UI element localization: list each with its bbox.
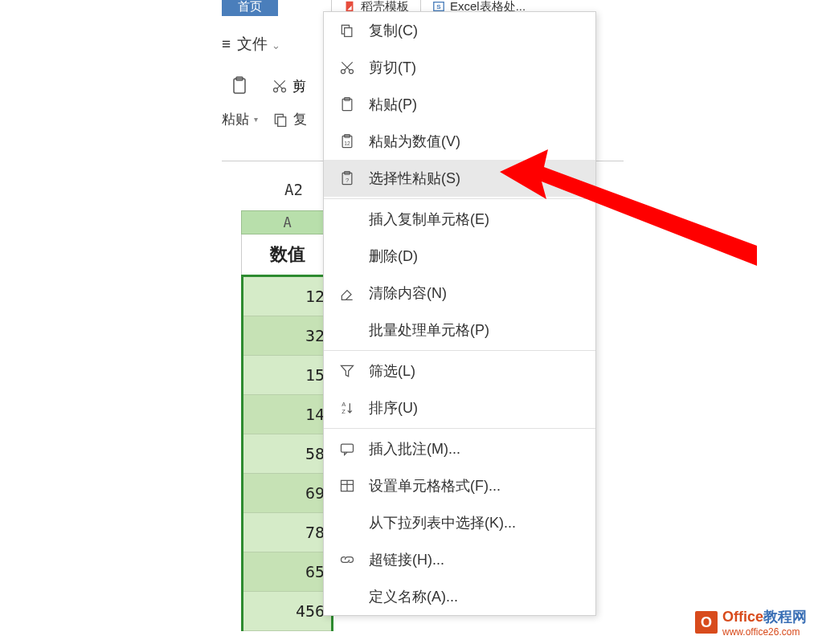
context-menu: 复制(C) 剪切(T) 粘贴(P) 12 粘贴为数值(V) ? 选择性粘贴(S)… <box>323 11 596 616</box>
menu-define-name-label: 定义名称(A)... <box>369 587 458 606</box>
menu-delete[interactable]: 删除(D) <box>324 238 595 275</box>
menu-separator <box>324 198 595 199</box>
paste-special-icon: ? <box>338 169 356 187</box>
copy-label: 复 <box>293 110 307 128</box>
copy-icon <box>338 22 356 39</box>
data-cell[interactable]: 78 <box>243 513 331 552</box>
menu-separator <box>324 428 595 429</box>
svg-text:?: ? <box>346 177 349 184</box>
data-cell[interactable]: 58 <box>243 434 331 474</box>
svg-text:S: S <box>436 3 441 10</box>
menu-insert-comment-label: 插入批注(M)... <box>369 439 460 459</box>
paste-icon <box>338 96 356 113</box>
svg-text:Z: Z <box>342 408 346 415</box>
watermark-title: Office教程网 <box>722 607 807 626</box>
menu-paste-value-label: 粘贴为数值(V) <box>369 132 460 151</box>
chevron-down-icon: ⌄ <box>272 39 280 51</box>
svg-text:12: 12 <box>344 141 350 146</box>
paste-value-icon: 12 <box>338 132 356 150</box>
menu-paste-value[interactable]: 12 粘贴为数值(V) <box>324 123 595 160</box>
svg-rect-23 <box>342 444 354 452</box>
data-cell[interactable]: 15 <box>243 356 331 395</box>
data-cell[interactable]: 65 <box>243 552 331 592</box>
menu-batch-cells[interactable]: 批量处理单元格(P) <box>324 312 595 348</box>
cut-button-partial[interactable]: 剪 <box>272 76 306 96</box>
menu-clear[interactable]: 清除内容(N) <box>324 275 595 312</box>
menu-copy[interactable]: 复制(C) <box>324 12 595 49</box>
menu-copy-label: 复制(C) <box>369 21 418 40</box>
menu-dropdown-select-label: 从下拉列表中选择(K)... <box>369 513 516 532</box>
menu-insert-comment[interactable]: 插入批注(M)... <box>324 430 595 467</box>
menu-insert-cells[interactable]: 插入复制单元格(E) <box>324 201 595 238</box>
menu-filter[interactable]: 筛选(L) <box>324 353 595 389</box>
menu-sort-label: 排序(U) <box>369 398 418 418</box>
cell-reference-box[interactable]: A2 <box>284 181 303 198</box>
menu-define-name[interactable]: 定义名称(A)... <box>324 578 595 615</box>
menu-clear-label: 清除内容(N) <box>369 283 447 303</box>
paste-icon[interactable] <box>230 76 249 96</box>
chevron-down-icon: ▾ <box>254 115 258 124</box>
paste-label: 粘贴 <box>222 110 249 128</box>
watermark-url: www.office26.com <box>722 626 807 638</box>
eraser-icon <box>338 284 356 302</box>
data-cell[interactable]: 12 <box>243 277 331 316</box>
data-cell[interactable]: 14 <box>243 395 331 434</box>
cut-label: 剪 <box>292 77 306 96</box>
file-menu[interactable]: 文件 ⌄ <box>237 34 280 55</box>
menu-insert-cells-label: 插入复制单元格(E) <box>369 210 489 229</box>
menu-paste-label: 粘贴(P) <box>369 95 417 114</box>
tab-home-label: 首页 <box>238 0 262 14</box>
menu-icon[interactable]: ≡ <box>222 35 231 53</box>
filter-icon <box>338 362 356 380</box>
sort-icon: AZ <box>338 399 356 417</box>
menu-hyperlink[interactable]: 超链接(H)... <box>324 541 595 578</box>
comment-icon <box>338 440 356 458</box>
data-cell[interactable]: 456 <box>243 592 331 631</box>
menu-separator <box>324 350 595 351</box>
cut-icon <box>338 59 356 76</box>
menu-paste-special-label: 选择性粘贴(S) <box>369 169 460 188</box>
svg-rect-9 <box>345 28 352 37</box>
menu-hyperlink-label: 超链接(H)... <box>369 550 444 569</box>
menu-cut-label: 剪切(T) <box>369 58 416 77</box>
menu-delete-label: 删除(D) <box>369 247 418 266</box>
spreadsheet-column: A 数值 12 32 15 14 58 69 78 65 456 <box>241 210 333 631</box>
menu-paste-special[interactable]: ? 选择性粘贴(S) <box>324 160 595 197</box>
header-cell[interactable]: 数值 <box>241 234 333 275</box>
link-icon <box>338 551 356 569</box>
tab-home[interactable]: 首页 <box>222 0 278 16</box>
svg-rect-7 <box>278 116 286 126</box>
menu-paste[interactable]: 粘贴(P) <box>324 86 595 123</box>
data-cell[interactable]: 32 <box>243 316 331 356</box>
data-cell[interactable]: 69 <box>243 474 331 513</box>
paste-button[interactable]: 粘贴 ▾ <box>222 110 258 128</box>
menu-format-cells-label: 设置单元格格式(F)... <box>369 476 501 495</box>
menu-batch-cells-label: 批量处理单元格(P) <box>369 320 489 340</box>
file-menu-label: 文件 <box>237 35 268 52</box>
menu-cut[interactable]: 剪切(T) <box>324 49 595 86</box>
menu-filter-label: 筛选(L) <box>369 361 415 381</box>
menu-format-cells[interactable]: 设置单元格格式(F)... <box>324 467 595 504</box>
copy-button-partial[interactable]: 复 <box>272 110 307 128</box>
menu-dropdown-select[interactable]: 从下拉列表中选择(K)... <box>324 504 595 541</box>
column-header-a[interactable]: A <box>241 210 333 234</box>
menu-sort[interactable]: AZ 排序(U) <box>324 389 595 426</box>
watermark-icon: O <box>695 611 718 634</box>
watermark: O Office教程网 www.office26.com <box>695 607 807 638</box>
format-cells-icon <box>338 477 356 495</box>
